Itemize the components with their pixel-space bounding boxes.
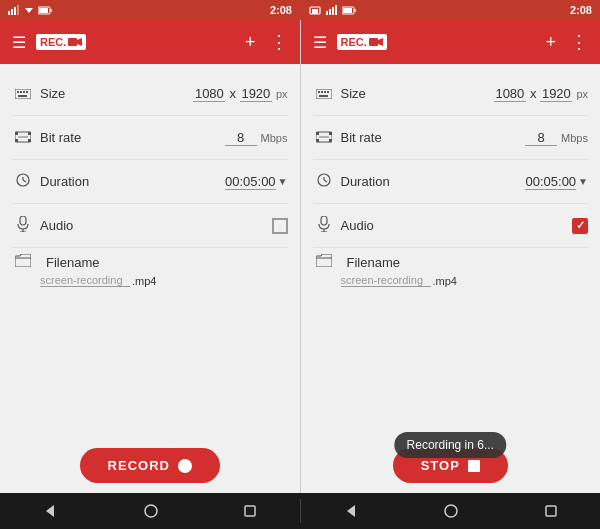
record-button[interactable]: RECORD [80,448,220,483]
add-icon-left[interactable]: + [241,28,260,57]
back-icon-right [343,503,359,519]
recent-icon-right [544,504,558,518]
home-button-right[interactable] [443,503,459,519]
size-height-right: 1920 [540,86,572,102]
signal-icon-right [326,5,338,15]
size-unit-left: px [276,88,288,100]
duration-dropdown-left[interactable]: 00:05:00 ▼ [225,174,288,190]
home-icon-left [143,503,159,519]
svg-rect-2 [14,7,16,15]
filename-input-left[interactable] [40,274,130,287]
filename-header-right: Filename [313,254,589,270]
clock-icon-right [317,173,331,187]
audio-checkbox-right[interactable] [572,218,588,234]
bitrate-unit-left: Mbps [261,132,288,144]
svg-line-54 [324,180,327,182]
size-width-right: 1080 [494,86,526,102]
size-icon-right [313,86,335,102]
clock-icon-left [16,173,30,187]
folder-icon-right [316,254,332,267]
keyboard-icon-right [316,89,332,99]
button-area-left: RECORD [0,440,300,493]
recent-button-right[interactable] [544,504,558,518]
svg-marker-58 [46,505,54,517]
dropdown-arrow-left: ▼ [278,176,288,187]
svg-rect-43 [324,91,326,93]
nav-bar [0,493,600,529]
back-button-right[interactable] [343,503,359,519]
svg-rect-60 [245,506,255,516]
size-value-right: 1080 x 1920 px [494,86,588,102]
filename-icon-right [313,254,335,270]
more-icon-left[interactable]: ⋮ [266,27,292,57]
filename-ext-left: .mp4 [132,275,156,287]
audio-row-right: Audio [313,204,589,248]
battery-icon-left [38,6,52,15]
svg-rect-40 [316,89,332,99]
svg-marker-39 [378,38,383,46]
audio-row-left: Audio [12,204,288,248]
svg-rect-10 [312,9,318,14]
add-icon-right[interactable]: + [541,28,560,57]
audio-label-right: Audio [341,218,573,233]
svg-line-34 [23,180,26,182]
svg-rect-44 [327,91,329,93]
svg-rect-11 [326,11,328,15]
filename-input-right[interactable] [341,274,431,287]
signal-icon-left [8,5,20,15]
home-button-left[interactable] [143,503,159,519]
recording-tooltip: Recording in 6... [395,432,506,458]
svg-rect-17 [343,8,352,13]
svg-rect-18 [68,38,77,46]
filename-ext-right: .mp4 [433,275,457,287]
keyboard-icon-left [15,89,31,99]
time-left: 2:08 [270,4,292,16]
toolbar-left: ☰ REC. + ⋮ [0,20,300,64]
more-icon-right[interactable]: ⋮ [566,27,592,57]
bitrate-num-left: 8 [225,130,257,146]
svg-rect-7 [51,9,53,12]
size-unit-right: px [576,88,588,100]
svg-rect-1 [11,9,13,15]
film-icon-left [15,131,31,143]
logo-right: REC. [337,34,387,50]
svg-rect-25 [18,95,27,97]
svg-rect-3 [17,5,19,15]
size-width-left: 1080 [193,86,225,102]
audio-checkbox-left[interactable] [272,218,288,234]
menu-icon-right[interactable]: ☰ [309,29,331,56]
nav-panel-left [0,503,300,519]
size-height-left: 1920 [240,86,272,102]
audio-label-left: Audio [40,218,272,233]
svg-rect-48 [329,132,332,135]
bitrate-row-left: Bit rate 8 Mbps [12,116,288,160]
svg-rect-24 [26,91,28,93]
svg-point-62 [445,505,457,517]
size-row-right: Size 1080 x 1920 px [313,72,589,116]
duration-icon-left [12,173,34,190]
svg-rect-42 [321,91,323,93]
size-label-left: Size [40,86,193,101]
duration-label-left: Duration [40,174,225,189]
size-value-left: 1080 x 1920 px [193,86,287,102]
logo-camera-icon-left [68,37,82,47]
duration-dropdown-right[interactable]: 00:05:00 ▼ [525,174,588,190]
svg-rect-21 [17,91,19,93]
svg-rect-8 [39,8,48,13]
svg-rect-13 [332,7,334,15]
battery-icon-right [342,6,356,15]
filename-row-right: Filename .mp4 [313,248,589,293]
size-row-left: Size 1080 x 1920 px [12,72,288,116]
size-icon-left [12,86,34,102]
record-label: RECORD [108,458,170,473]
menu-icon-left[interactable]: ☰ [8,29,30,56]
recent-button-left[interactable] [243,504,257,518]
filename-row-left: Filename .mp4 [12,248,288,293]
svg-rect-16 [355,9,357,12]
duration-label-right: Duration [341,174,526,189]
logo-text-left: REC. [40,36,66,48]
svg-rect-14 [335,5,337,15]
back-button-left[interactable] [42,503,58,519]
svg-rect-30 [28,139,31,142]
film-icon-right [316,131,332,143]
